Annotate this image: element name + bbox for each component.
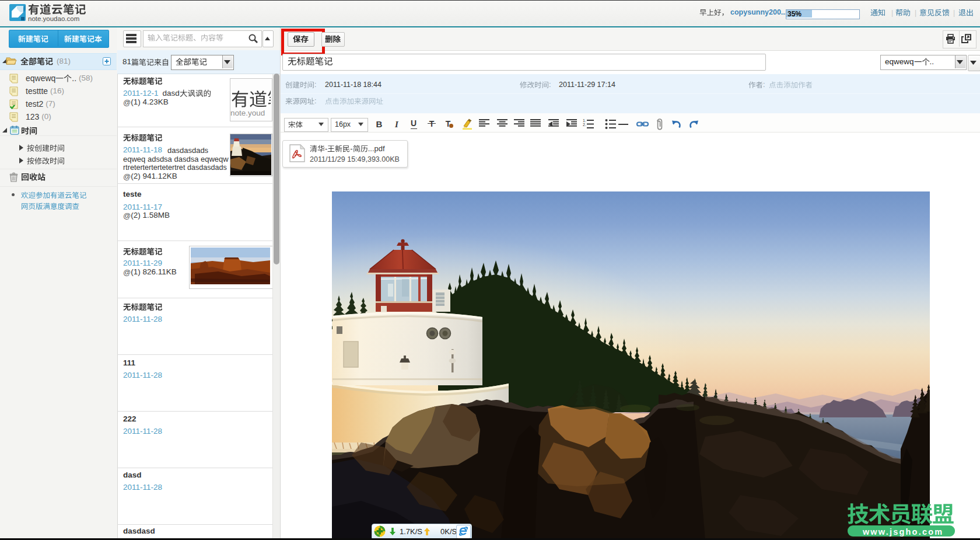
- svg-text:2.: 2.: [583, 123, 586, 127]
- svg-text:1.: 1.: [583, 119, 586, 123]
